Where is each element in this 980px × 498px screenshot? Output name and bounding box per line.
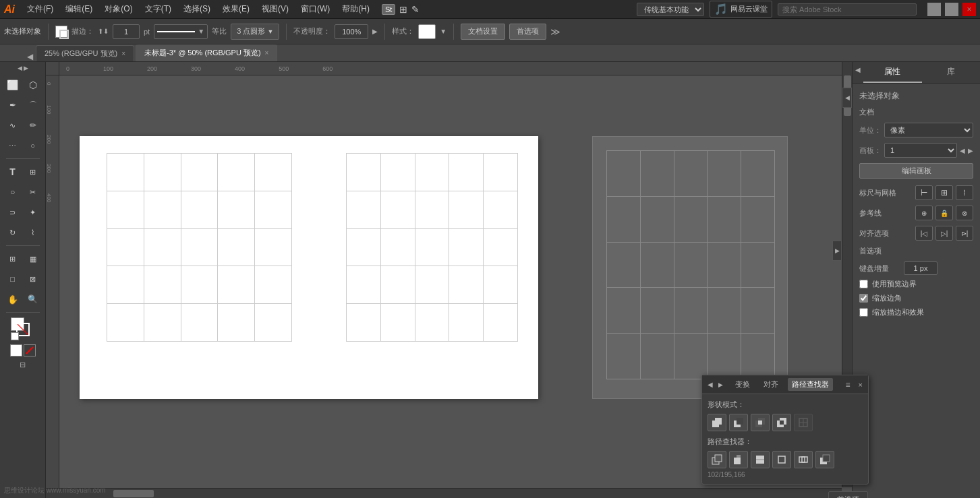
lasso-tool[interactable]: ⌒ [24, 96, 42, 115]
st-icon[interactable]: St [382, 4, 395, 15]
text-tool[interactable]: T [3, 162, 22, 181]
menu-help[interactable]: 帮助(H) [337, 2, 375, 16]
warp-tool[interactable]: ⌇ [24, 223, 42, 242]
free-transform-tool[interactable]: ⊞ [3, 249, 22, 268]
menu-object[interactable]: 对象(O) [99, 2, 138, 16]
color-mode-color[interactable] [10, 344, 22, 356]
artboard-next[interactable]: ▶ [968, 147, 973, 154]
ruler-icon[interactable]: ⊢ [915, 185, 933, 200]
minus-front-icon[interactable] [729, 414, 748, 431]
panel-close-icon[interactable]: × [859, 381, 863, 389]
artboard-prev[interactable]: ◀ [960, 147, 965, 154]
direct-selection-tool[interactable]: ⬡ [24, 75, 42, 94]
tab-transform[interactable]: 变换 [731, 378, 754, 391]
tab-library[interactable]: 库 [922, 62, 981, 83]
menu-select[interactable]: 选择(S) [178, 2, 216, 16]
zoom-tool[interactable]: 🔍 [24, 290, 42, 309]
pen-tool[interactable]: ✒ [3, 96, 22, 115]
dotgrid-icon[interactable]: ⁞ [956, 185, 973, 200]
menu-file[interactable]: 文件(F) [22, 2, 59, 16]
opacity-arrow[interactable]: ▶ [372, 28, 378, 35]
collapse-right-icon[interactable]: ▶ [24, 65, 28, 71]
horizontal-scrollbar[interactable] [46, 488, 842, 498]
panel-menu-icon[interactable]: ≡ [846, 380, 851, 390]
rotate-tool[interactable]: ↻ [3, 223, 22, 242]
preferences-shortcut-button[interactable]: 首选项 [828, 491, 868, 498]
trim-icon[interactable] [729, 451, 748, 468]
subtract-icon[interactable] [815, 451, 834, 468]
menu-edit[interactable]: 编辑(E) [60, 2, 98, 16]
hand-tool[interactable]: ✋ [3, 290, 22, 309]
up-down-arrows[interactable]: ⬆⬇ [98, 28, 109, 35]
menu-window[interactable]: 窗口(W) [295, 2, 335, 16]
guide-clear-icon[interactable]: ⊗ [956, 206, 973, 220]
menu-view[interactable]: 视图(V) [256, 2, 294, 16]
change-screen-mode[interactable]: ⊟ [20, 361, 26, 369]
artboard-tool[interactable]: □ [3, 270, 22, 288]
color-mode-none[interactable] [24, 344, 36, 356]
panel-collapse-arrow[interactable]: ◀ [708, 381, 713, 388]
style-swatch[interactable] [418, 24, 436, 39]
align-center-icon[interactable]: ▷| [935, 226, 953, 241]
chart-tool[interactable]: ▦ [24, 249, 42, 268]
doc-settings-button[interactable]: 文档设置 [461, 24, 505, 40]
align-left-icon[interactable]: |◁ [915, 226, 933, 241]
tab-pathfinder[interactable]: 路径查找器 [788, 378, 833, 391]
menu-text[interactable]: 文字(T) [140, 2, 177, 16]
exclude-icon[interactable] [772, 414, 791, 431]
unite-icon[interactable] [708, 414, 726, 431]
selection-tool[interactable]: ⬜ [3, 75, 22, 94]
stroke-color-swatch[interactable] [59, 30, 69, 39]
panel-expand-arrow[interactable]: ▶ [718, 381, 723, 388]
tab-1-close[interactable]: × [265, 49, 269, 57]
merge-icon[interactable] [751, 451, 770, 468]
unit-select[interactable]: 像素 [884, 123, 973, 137]
paint-bucket-tool[interactable]: ⊃ [3, 203, 22, 222]
stroke-weight-input[interactable] [113, 24, 140, 39]
swap-colors-icon[interactable] [11, 332, 19, 340]
blob-tool[interactable]: ○ [24, 136, 42, 155]
guide-lock-icon[interactable]: 🔒 [935, 206, 953, 220]
tab-0[interactable]: 25% (RGB/GPU 预览) × [36, 45, 134, 61]
netease-logo[interactable]: 🎵 网易云课堂 [710, 1, 772, 18]
guide-add-icon[interactable]: ⊕ [915, 206, 933, 220]
preview-bounds-checkbox[interactable] [859, 280, 868, 288]
maximize-button[interactable]: □ [945, 3, 958, 16]
grid-view-icon[interactable]: ⊞ [399, 4, 407, 15]
stock-search-input[interactable] [778, 3, 917, 15]
intersect-icon[interactable] [751, 414, 770, 431]
align-right-icon[interactable]: ⊳| [956, 226, 973, 241]
panel-collapse-icon[interactable]: ◀ [853, 62, 863, 83]
scale-corners-checkbox[interactable] [859, 294, 868, 303]
workspace-mode-select[interactable]: 传统基本功能 [637, 3, 704, 16]
table-tool[interactable]: ⊞ [24, 162, 42, 181]
more-options-icon[interactable]: ≫ [550, 26, 560, 37]
outline-icon[interactable] [794, 451, 813, 468]
menu-effect[interactable]: 效果(E) [217, 2, 255, 16]
tab-0-close[interactable]: × [121, 50, 125, 57]
scissors-tool[interactable]: ✂ [24, 183, 42, 201]
brush-icon[interactable]: ✎ [411, 4, 420, 15]
horizontal-scroll-thumb[interactable] [113, 490, 154, 497]
edit-artboard-button[interactable]: 编辑画板 [859, 163, 973, 179]
tab-align-bottom[interactable]: 对齐 [759, 378, 782, 391]
right-panel-collapse[interactable]: ▶ [832, 241, 842, 261]
tab-1[interactable]: 未标题-3* @ 50% (RGB/GPU 预览) × [136, 44, 277, 61]
artboard-select[interactable]: 1 [884, 143, 957, 158]
crop-icon[interactable] [772, 451, 791, 468]
stroke-style-preview[interactable]: ▼ [154, 24, 208, 39]
pencil-tool[interactable]: ✏ [24, 116, 42, 135]
brush-tool[interactable]: ⋯ [3, 136, 22, 155]
curvature-tool[interactable]: ∿ [3, 116, 22, 135]
style-dropdown-arrow[interactable]: ▼ [440, 28, 446, 35]
shape-dropdown[interactable]: 3 点圆形 ▼ [231, 24, 279, 40]
minimize-button[interactable]: — [927, 3, 941, 16]
slice-tool[interactable]: ⊠ [24, 270, 42, 288]
close-button[interactable]: × [962, 3, 976, 16]
scale-stroke-checkbox[interactable] [859, 308, 868, 317]
collapse-left-icon[interactable]: ◀ [18, 65, 22, 71]
divide-icon[interactable] [708, 451, 726, 468]
eyedropper-tool[interactable]: ✦ [24, 203, 42, 222]
preferences-button[interactable]: 首选项 [509, 24, 546, 40]
left-panel-collapse[interactable]: ◀ [842, 88, 852, 108]
